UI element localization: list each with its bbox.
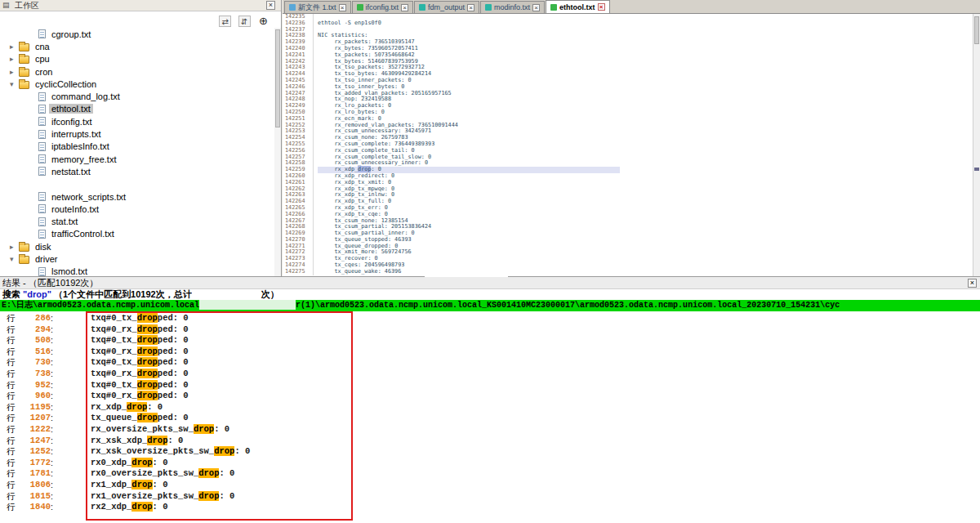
editor-line[interactable]: 142250 rx_lro_bytes: 0: [283, 110, 973, 116]
result-text: rx0_xdp_drop: 0: [91, 458, 168, 469]
tree-item[interactable]: trafficControl.txt: [0, 228, 274, 240]
expand-arrow-icon[interactable]: [10, 243, 19, 251]
result-row[interactable]: 行 1840 : rx2_xdp_drop: 0: [0, 502, 980, 513]
result-row[interactable]: 行 952 : txq#0_tx_dropped: 0: [0, 380, 980, 391]
editor-region: 新文件 1.txt × ifconfig.txt × fdm_output × …: [283, 0, 980, 276]
result-row[interactable]: 行 1252 : rx_xsk_oversize_pkts_sw_drop: 0: [0, 446, 980, 458]
tree-item[interactable]: routeInfo.txt: [0, 203, 274, 215]
tree-item[interactable]: ifconfig.txt: [0, 115, 274, 127]
tree-item[interactable]: disk: [0, 240, 274, 253]
editor-line[interactable]: 142275 tx_queue_wake: 46396: [283, 269, 973, 275]
editor-scrollbar[interactable]: [973, 14, 980, 276]
editor-line[interactable]: 142258 rx_csum_unnecessary_inner: 0: [283, 160, 973, 167]
tree-item[interactable]: interrupts.txt: [0, 127, 274, 140]
row-label: 行: [0, 480, 18, 491]
row-colon: :: [51, 491, 53, 503]
tree-item[interactable]: cgroup.txt: [0, 28, 274, 40]
tree-item-label: ethtool.txt: [49, 104, 93, 114]
result-row[interactable]: 行 738 : txq#0_rx_dropped: 0: [0, 369, 980, 380]
row-colon: :: [51, 502, 53, 513]
tree-scrollbar-thumb[interactable]: [275, 29, 280, 127]
editor-line[interactable]: 142249 rx_lro_packets: 0: [283, 103, 973, 110]
result-row[interactable]: 行 508 : txq#0_tx_dropped: 0: [0, 335, 980, 346]
result-row[interactable]: 行 1247 : rx_xsk_xdp_drop: 0: [0, 436, 980, 447]
result-row[interactable]: 行 1815 : rx1_oversize_pkts_sw_drop: 0: [0, 491, 980, 503]
results-close-icon[interactable]: ×: [968, 279, 977, 288]
result-row[interactable]: 行 1207 : tx_queue_dropped: 0: [0, 413, 980, 424]
tree-scrollbar[interactable]: [274, 28, 281, 276]
editor-line[interactable]: 142237: [283, 27, 973, 34]
tree-item[interactable]: cna: [0, 40, 274, 52]
workspace-panel: ▤ 工作区 × ⇄ ⇵ ⊕ cgroup.txt cna: [0, 0, 282, 276]
workspace-close-icon[interactable]: ×: [266, 1, 275, 10]
result-row[interactable]: 行 516 : txq#0_rx_dropped: 0: [0, 346, 980, 358]
tree-item[interactable]: lsmod.txt: [0, 266, 274, 276]
expand-arrow-icon[interactable]: [10, 255, 19, 263]
tree-item-label: stat.txt: [49, 217, 80, 226]
result-row[interactable]: 行 1195 : rx_xdp_drop: 0: [0, 402, 980, 413]
tree-item[interactable]: iptablesInfo.txt: [0, 141, 274, 153]
result-row[interactable]: 行 1806 : rx1_xdp_drop: 0: [0, 480, 980, 491]
editor-tab[interactable]: fdm_output ×: [414, 1, 479, 13]
editor-line[interactable]: 142235: [283, 14, 973, 20]
expand-arrow-icon[interactable]: [10, 68, 19, 76]
tab-close-icon[interactable]: ×: [467, 4, 474, 11]
tab-close-icon[interactable]: ×: [401, 4, 408, 11]
tree-item[interactable]: network_scripts.txt: [0, 190, 274, 203]
tree-item[interactable]: netstat.txt: [0, 165, 274, 177]
editor-tab[interactable]: 新文件 1.txt ×: [284, 1, 351, 13]
text-editor[interactable]: 142235 142236 ethtool -S enp1s0f0 142237…: [283, 14, 973, 276]
file-icon: [485, 4, 492, 11]
result-text: txq#0_rx_dropped: 0: [91, 391, 189, 402]
expand-arrow-icon[interactable]: [10, 80, 19, 88]
tree-item[interactable]: cron: [0, 65, 274, 78]
editor-line[interactable]: 142236 ethtool -S enp1s0f0: [283, 20, 973, 27]
result-line-number: 1840: [18, 502, 51, 513]
tree-item[interactable]: cyclicCollection: [0, 78, 274, 90]
row-label: 行: [0, 413, 18, 424]
result-row[interactable]: 行 730 : txq#0_tx_dropped: 0: [0, 357, 980, 369]
file-icon: [289, 4, 296, 11]
editor-tab[interactable]: ethtool.txt ×: [546, 0, 610, 13]
tab-bar: 新文件 1.txt × ifconfig.txt × fdm_output × …: [283, 0, 980, 14]
editor-line[interactable]: 142272 tx_xmit_more: 569724756: [283, 249, 973, 256]
result-row[interactable]: 行 960 : txq#0_rx_dropped: 0: [0, 391, 980, 402]
result-line-number: 286: [18, 313, 51, 324]
expand-arrow-icon[interactable]: [10, 55, 19, 63]
result-text: rx2_xdp_drop: 0: [91, 502, 168, 513]
tab-close-icon[interactable]: ×: [532, 4, 540, 11]
tree-item[interactable]: [0, 178, 274, 190]
result-line-number: 738: [18, 369, 51, 380]
panel-menu-icon[interactable]: ▤: [2, 0, 10, 11]
expand-arrow-icon[interactable]: [10, 42, 19, 51]
row-colon: :: [51, 402, 53, 413]
tree-item[interactable]: stat.txt: [0, 215, 274, 227]
row-label: 行: [0, 424, 18, 436]
editor-tab[interactable]: modinfo.txt ×: [480, 1, 545, 13]
sync-view-icon[interactable]: ⇄: [219, 16, 231, 27]
locate-file-icon[interactable]: ⊕: [257, 16, 270, 27]
row-colon: :: [51, 468, 53, 480]
result-row[interactable]: 行 286 : txq#0_tx_dropped: 0: [0, 313, 980, 324]
file-type-icon: [19, 43, 29, 51]
tree-item[interactable]: memory_free.txt: [0, 153, 274, 165]
tree-item[interactable]: driver: [0, 253, 274, 265]
result-file-path[interactable]: E:\日志\armod0523.odata.ncmp.unicom.localr…: [0, 300, 980, 311]
tree-item[interactable]: ethtool.txt: [0, 103, 274, 115]
collapse-all-icon[interactable]: ⇵: [238, 16, 251, 27]
tab-close-icon[interactable]: ×: [598, 3, 605, 11]
result-row[interactable]: 行 1772 : rx0_xdp_drop: 0: [0, 458, 980, 469]
row-colon: :: [51, 436, 53, 447]
result-row[interactable]: 行 294 : txq#0_rx_dropped: 0: [0, 324, 980, 336]
editor-tab[interactable]: ifconfig.txt ×: [352, 1, 414, 13]
tree-item[interactable]: cpu: [0, 53, 274, 65]
result-text: rx1_oversize_pkts_sw_drop: 0: [91, 491, 234, 503]
results-body: 搜索 "drop" （1个文件中匹配到10192次，总计次） E:\日志\arm…: [0, 289, 980, 523]
result-row[interactable]: 行 1222 : rx_oversize_pkts_sw_drop: 0: [0, 424, 980, 436]
redaction-blur: [425, 263, 508, 277]
tab-close-icon[interactable]: ×: [339, 4, 346, 11]
result-row[interactable]: 行 1781 : rx0_oversize_pkts_sw_drop: 0: [0, 468, 980, 480]
editor-scrollbar-thumb[interactable]: [974, 16, 979, 44]
row-label: 行: [0, 313, 18, 324]
tree-item[interactable]: command_log.txt: [0, 90, 274, 102]
